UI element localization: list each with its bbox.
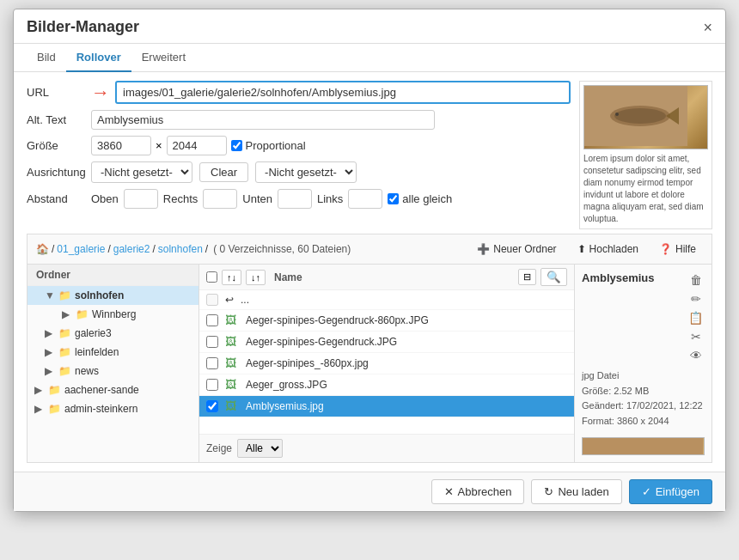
- alignment-select[interactable]: -Nicht gesetzt-: [91, 161, 192, 183]
- folder-icon-winnberg: 📁: [76, 308, 89, 320]
- url-input[interactable]: [115, 81, 571, 104]
- spacing-row: Abstand Oben Rechts Unten Links: [27, 189, 571, 209]
- top-spacing-input[interactable]: [124, 189, 158, 209]
- reload-button[interactable]: ↻ Neu laden: [531, 479, 621, 504]
- spacing-label: Abstand: [27, 192, 91, 205]
- file4-checkbox[interactable]: [206, 379, 218, 391]
- svg-point-2: [614, 108, 666, 124]
- equal-label: alle gleich: [388, 192, 452, 205]
- left-spacing-input[interactable]: [348, 189, 382, 209]
- file-entry-5[interactable]: 🖼 Amblysemius.jpg: [199, 396, 574, 417]
- search-button[interactable]: 🔍: [541, 268, 567, 286]
- browser-content: Ordner ▼ 📁 solnhofen ▶ 📁 Winnberg: [27, 265, 712, 462]
- bottom-spacing-input[interactable]: [278, 189, 312, 209]
- folder-item-leinfelden[interactable]: ▶ 📁 leinfelden: [27, 343, 198, 362]
- toggle-icon: ▼: [45, 289, 55, 301]
- folder-item-winnberg[interactable]: ▶ 📁 Winnberg: [27, 305, 198, 324]
- show-select[interactable]: Alle: [237, 439, 283, 458]
- folder-item-admin-steinkern[interactable]: ▶ 📁 admin-steinkern: [27, 399, 198, 418]
- details-header-row: Amblysemius 🗑 ✏ 📋 ✂ 👁: [582, 271, 705, 364]
- file5-checkbox[interactable]: [206, 400, 218, 412]
- folder-icon-leinfelden: 📁: [58, 346, 71, 358]
- close-button[interactable]: ×: [703, 20, 712, 35]
- toggle-icon-admin: ▶: [34, 403, 45, 415]
- folder-label-leinfelden: leinfelden: [75, 346, 119, 358]
- folder-icon-news: 📁: [58, 365, 71, 377]
- edit-icon-btn[interactable]: ✏: [687, 290, 705, 307]
- breadcrumb-01galerie[interactable]: 01_galerie: [57, 243, 105, 255]
- file4-icon: 🖼: [225, 378, 239, 392]
- alignment-label: Ausrichtung: [27, 166, 91, 179]
- clear-alignment-select[interactable]: -Nicht gesetzt-: [255, 161, 357, 183]
- file-entry-back[interactable]: ↩ ...: [199, 290, 574, 310]
- preview-panel: Lorem ipsum dolor sit amet, consetetur s…: [579, 81, 712, 229]
- file3-checkbox[interactable]: [206, 357, 218, 369]
- back-icon: ↩: [225, 294, 234, 306]
- sort-asc-button[interactable]: ↑↓: [222, 270, 241, 285]
- view-icon-btn[interactable]: 👁: [687, 347, 705, 364]
- modal-title: Bilder-Manager: [27, 18, 139, 36]
- proportional-checkbox[interactable]: [231, 140, 242, 151]
- folder-label-winnberg: Winnberg: [92, 308, 136, 320]
- file2-checkbox[interactable]: [206, 336, 218, 348]
- folder-tree: Ordner ▼ 📁 solnhofen ▶ 📁 Winnberg: [27, 265, 199, 462]
- size-row: Größe × Proportional: [27, 136, 571, 155]
- file1-checkbox[interactable]: [206, 314, 218, 326]
- file-entry-2[interactable]: 🖼 Aeger-spinipes-Gegendruck.JPG: [199, 332, 574, 353]
- height-input[interactable]: [167, 136, 227, 155]
- file-list-footer: Zeige Alle: [199, 434, 574, 462]
- detail-type: jpg Datei: [582, 368, 705, 384]
- file-entry-4[interactable]: 🖼 Aeger_gross.JPG: [199, 374, 574, 396]
- file-entry-3[interactable]: 🖼 Aeger-spinipes_-860px.jpg: [199, 353, 574, 374]
- new-folder-button[interactable]: ➕ Neuer Ordner: [470, 240, 563, 259]
- bottom-label: Unten: [242, 192, 272, 205]
- file-browser: 🏠 / 01_galerie / galerie2 / solnhofen / …: [27, 234, 712, 463]
- cancel-button[interactable]: ✕ Abbrechen: [431, 479, 525, 504]
- file3-name: Aeger-spinipes_-860px.jpg: [246, 357, 567, 369]
- preview-text: Lorem ipsum dolor sit amet, consetetur s…: [583, 153, 708, 225]
- svg-point-4: [615, 113, 619, 116]
- folder-item-galerie3[interactable]: ▶ 📁 galerie3: [27, 324, 198, 343]
- upload-button[interactable]: ⬆ Hochladen: [571, 240, 645, 259]
- detail-size: Größe: 2.52 MB: [582, 384, 705, 399]
- file-entry-1[interactable]: 🖼 Aeger-spinipes-Gegendruck-860px.JPG: [199, 310, 574, 332]
- tab-rollover[interactable]: Rollover: [66, 44, 131, 72]
- right-label: Rechts: [163, 192, 198, 205]
- alt-label: Alt. Text: [27, 113, 91, 126]
- equal-checkbox[interactable]: [388, 193, 399, 204]
- right-spacing-input[interactable]: [203, 189, 237, 209]
- modal-header: Bilder-Manager ×: [14, 9, 725, 44]
- cancel-icon: ✕: [444, 485, 454, 498]
- tab-bild[interactable]: Bild: [27, 44, 66, 72]
- home-icon[interactable]: 🏠: [36, 243, 49, 255]
- width-input[interactable]: [91, 136, 151, 155]
- folder-label-aachener: aachener-sande: [64, 384, 139, 396]
- folder-item-news[interactable]: ▶ 📁 news: [27, 362, 198, 380]
- toggle-icon-aachener: ▶: [34, 384, 45, 396]
- sort-desc-button[interactable]: ↓↑: [246, 270, 266, 285]
- name-col-header: Name: [270, 271, 514, 283]
- breadcrumb-galerie2[interactable]: galerie2: [113, 243, 150, 255]
- copy-icon-btn[interactable]: 📋: [687, 309, 705, 326]
- detail-fish-svg: [583, 438, 703, 455]
- clear-button[interactable]: Clear: [199, 162, 248, 182]
- insert-button[interactable]: ✓ Einfügen: [629, 479, 712, 504]
- alt-text-row: Alt. Text: [27, 110, 571, 130]
- back-checkbox[interactable]: [206, 294, 218, 306]
- spacing-group: Oben Rechts Unten Links alle gleich: [91, 189, 452, 209]
- select-all-checkbox[interactable]: [206, 271, 217, 283]
- help-button[interactable]: ❓ Hilfe: [652, 240, 703, 259]
- folder-item-aachener-sande[interactable]: ▶ 📁 aachener-sande: [27, 380, 198, 399]
- cut-icon-btn[interactable]: ✂: [687, 328, 705, 345]
- folder-item-solnhofen[interactable]: ▼ 📁 solnhofen: [27, 286, 198, 305]
- folder-icon-admin: 📁: [48, 403, 61, 415]
- delete-icon-btn[interactable]: 🗑: [687, 271, 705, 289]
- alt-text-input[interactable]: [91, 110, 435, 130]
- columns-button[interactable]: ⊟: [518, 269, 536, 285]
- folder-label-news: news: [75, 365, 99, 377]
- back-name: ...: [241, 294, 567, 306]
- breadcrumb-solnhofen[interactable]: solnhofen: [158, 243, 203, 255]
- alignment-group: -Nicht gesetzt- Clear -Nicht gesetzt-: [91, 161, 357, 183]
- url-label: URL: [27, 86, 91, 99]
- tab-erweitert[interactable]: Erweitert: [131, 44, 196, 72]
